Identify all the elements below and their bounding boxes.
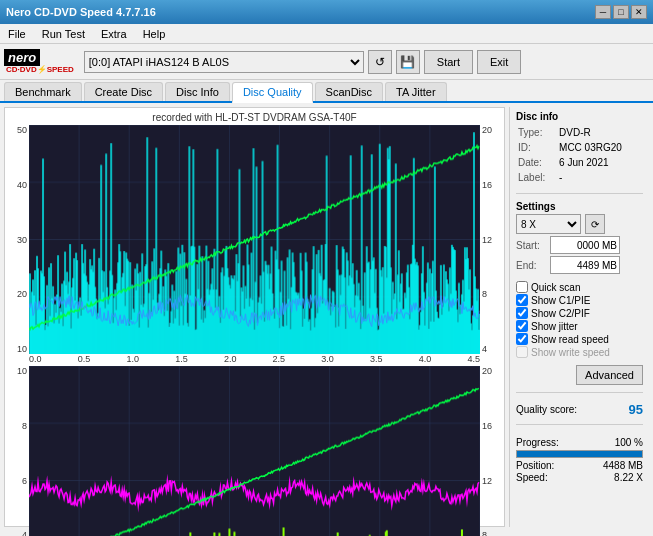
progress-label: Progress: — [516, 437, 559, 448]
show-c1-pie-row: Show C1/PIE — [516, 294, 643, 306]
quality-score-label: Quality score: — [516, 404, 577, 415]
divider-3 — [516, 424, 643, 425]
exit-button[interactable]: Exit — [477, 50, 521, 74]
nero-logo: nero — [4, 49, 40, 66]
tab-disc-info[interactable]: Disc Info — [165, 82, 230, 101]
checkboxes-section: Quick scan Show C1/PIE Show C2/PIF Show … — [516, 280, 643, 359]
maximize-button[interactable]: □ — [613, 5, 629, 19]
show-write-speed-row: Show write speed — [516, 346, 643, 358]
title-bar: Nero CD-DVD Speed 4.7.7.16 ─ □ ✕ — [0, 0, 653, 24]
show-jitter-label[interactable]: Show jitter — [531, 321, 578, 332]
minimize-button[interactable]: ─ — [595, 5, 611, 19]
show-read-speed-checkbox[interactable] — [516, 333, 528, 345]
logo: nero CD·DVD⚡SPEED — [4, 49, 74, 74]
show-write-speed-checkbox[interactable] — [516, 346, 528, 358]
tab-create-disc[interactable]: Create Disc — [84, 82, 163, 101]
toolbar: nero CD·DVD⚡SPEED [0:0] ATAPI iHAS124 B … — [0, 44, 653, 80]
show-read-speed-row: Show read speed — [516, 333, 643, 345]
bottom-chart-canvas — [29, 366, 480, 536]
progress-bar-container — [516, 450, 643, 458]
progress-row: Progress: 100 % — [516, 437, 643, 448]
menu-bar: File Run Test Extra Help — [0, 24, 653, 44]
menu-help[interactable]: Help — [139, 27, 170, 41]
top-chart-canvas — [29, 125, 480, 354]
progress-section: Progress: 100 % Position: 4488 MB Speed:… — [516, 436, 643, 484]
charts-container: 50 40 30 20 10 20 16 12 8 — [7, 125, 502, 536]
main-content: recorded with HL-DT-ST DVDRAM GSA-T40F 5… — [0, 103, 653, 531]
app-title: Nero CD-DVD Speed 4.7.7.16 — [6, 6, 156, 18]
tab-ta-jitter[interactable]: TA Jitter — [385, 82, 447, 101]
window-controls: ─ □ ✕ — [595, 5, 647, 19]
menu-extra[interactable]: Extra — [97, 27, 131, 41]
refresh-button[interactable]: ↺ — [368, 50, 392, 74]
bottom-chart-y-right: 20 16 12 8 4 — [480, 366, 502, 536]
quick-scan-checkbox[interactable] — [516, 281, 528, 293]
disc-info-title: Disc info — [516, 111, 643, 122]
bottom-chart-y-left: 10 8 6 4 2 — [7, 366, 29, 536]
speed-value-progress: 8.22 X — [614, 472, 643, 483]
disc-info-section: Disc info Type: DVD-R ID: MCC 03RG20 Dat… — [516, 111, 643, 186]
speed-row-progress: Speed: 8.22 X — [516, 472, 643, 483]
show-c2-pif-row: Show C2/PIF — [516, 307, 643, 319]
advanced-button[interactable]: Advanced — [576, 365, 643, 385]
speed-icon-button[interactable]: ⟳ — [585, 214, 605, 234]
tab-benchmark[interactable]: Benchmark — [4, 82, 82, 101]
tab-bar: Benchmark Create Disc Disc Info Disc Qua… — [0, 80, 653, 103]
show-write-speed-label: Show write speed — [531, 347, 610, 358]
product-logo: CD·DVD⚡SPEED — [6, 66, 74, 74]
position-value: 4488 MB — [603, 460, 643, 471]
quick-scan-row: Quick scan — [516, 281, 643, 293]
chart-title: recorded with HL-DT-ST DVDRAM GSA-T40F — [7, 110, 502, 125]
show-jitter-row: Show jitter — [516, 320, 643, 332]
show-c1pie-checkbox[interactable] — [516, 294, 528, 306]
drive-select[interactable]: [0:0] ATAPI iHAS124 B AL0S — [84, 51, 364, 73]
progress-value: 100 % — [615, 437, 643, 448]
start-row: Start: — [516, 236, 643, 254]
position-label: Position: — [516, 460, 554, 471]
start-button[interactable]: Start — [424, 50, 473, 74]
menu-run-test[interactable]: Run Test — [38, 27, 89, 41]
show-c2pif-checkbox[interactable] — [516, 307, 528, 319]
right-panel: Disc info Type: DVD-R ID: MCC 03RG20 Dat… — [509, 107, 649, 527]
position-row: Position: 4488 MB — [516, 460, 643, 471]
show-read-speed-label[interactable]: Show read speed — [531, 334, 609, 345]
speed-select[interactable]: 8 X — [516, 214, 581, 234]
quick-scan-label[interactable]: Quick scan — [531, 282, 580, 293]
end-input[interactable] — [550, 256, 620, 274]
divider-1 — [516, 193, 643, 194]
tab-scan-disc[interactable]: ScanDisc — [315, 82, 383, 101]
speed-label-progress: Speed: — [516, 472, 548, 483]
divider-2 — [516, 392, 643, 393]
close-button[interactable]: ✕ — [631, 5, 647, 19]
settings-title: Settings — [516, 201, 643, 212]
settings-section: Settings 8 X ⟳ Start: End: — [516, 201, 643, 276]
speed-row: 8 X ⟳ — [516, 214, 643, 234]
chart-area: recorded with HL-DT-ST DVDRAM GSA-T40F 5… — [4, 107, 505, 527]
show-c2pif-label[interactable]: Show C2/PIF — [531, 308, 590, 319]
tab-disc-quality[interactable]: Disc Quality — [232, 82, 313, 103]
show-c1pie-label[interactable]: Show C1/PIE — [531, 295, 590, 306]
progress-bar-fill — [517, 451, 642, 457]
end-row: End: — [516, 256, 643, 274]
save-button[interactable]: 💾 — [396, 50, 420, 74]
menu-file[interactable]: File — [4, 27, 30, 41]
start-input[interactable] — [550, 236, 620, 254]
top-chart-x-axis: 0.0 0.5 1.0 1.5 2.0 2.5 3.0 3.5 4.0 4.5 — [29, 354, 480, 364]
quality-score-row: Quality score: 95 — [516, 402, 643, 417]
show-jitter-checkbox[interactable] — [516, 320, 528, 332]
disc-info-table: Type: DVD-R ID: MCC 03RG20 Date: 6 Jun 2… — [516, 124, 643, 186]
top-chart-y-right: 20 16 12 8 4 — [480, 125, 502, 354]
top-chart-y-left: 50 40 30 20 10 — [7, 125, 29, 354]
quality-score-value: 95 — [629, 402, 643, 417]
